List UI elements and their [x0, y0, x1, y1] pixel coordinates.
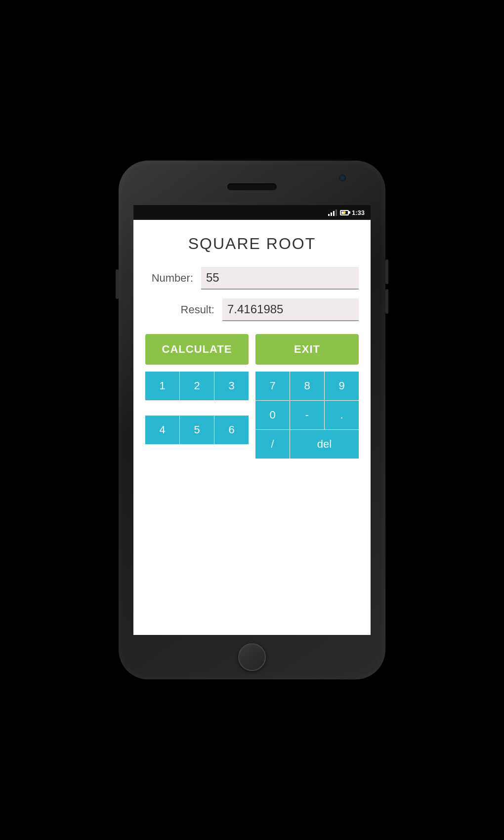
keypad-left: 1 2 3 4 5 6: [145, 372, 249, 459]
result-field-row: Result: 7.4161985: [145, 298, 359, 321]
home-button[interactable]: [238, 643, 266, 671]
key-4[interactable]: 4: [145, 416, 179, 444]
keypad-right: 7 8 9 0 - . / del: [255, 372, 359, 459]
result-value: 7.4161985: [222, 298, 359, 321]
key-0[interactable]: 0: [255, 401, 290, 429]
app-screen: SQUARE ROOT Number: Result: 7.4161985 CA…: [133, 220, 371, 635]
number-field-row: Number:: [145, 267, 359, 290]
key-1[interactable]: 1: [145, 372, 179, 400]
app-title: SQUARE ROOT: [188, 235, 316, 253]
number-label: Number:: [145, 272, 193, 285]
key-7[interactable]: 7: [255, 372, 290, 400]
key-3[interactable]: 3: [214, 372, 249, 400]
exit-button[interactable]: EXIT: [255, 334, 359, 365]
volume-up-button[interactable]: [385, 259, 388, 284]
action-buttons-row: CALCULATE EXIT: [145, 334, 359, 365]
calculate-button[interactable]: CALCULATE: [145, 334, 249, 365]
result-label: Result:: [145, 303, 214, 316]
key-8[interactable]: 8: [290, 372, 324, 400]
speaker-grille: [227, 183, 277, 190]
key-slash[interactable]: /: [255, 430, 290, 459]
front-camera: [339, 174, 346, 181]
phone-top-bar: [119, 161, 385, 205]
signal-icon: [328, 209, 337, 216]
key-6[interactable]: 6: [214, 416, 249, 444]
volume-down-button[interactable]: [385, 289, 388, 314]
key-2[interactable]: 2: [180, 372, 214, 400]
status-bar: ⚡ 1:33: [133, 205, 371, 220]
key-dot[interactable]: .: [325, 401, 359, 429]
key-9[interactable]: 9: [325, 372, 359, 400]
keypad-section: 1 2 3 4 5 6 7 8 9 0 - . / del: [145, 372, 359, 459]
status-time: 1:33: [352, 209, 365, 216]
number-input[interactable]: [201, 267, 359, 290]
app-content: SQUARE ROOT Number: Result: 7.4161985 CA…: [133, 220, 371, 635]
key-minus[interactable]: -: [290, 401, 324, 429]
battery-icon: ⚡: [340, 210, 349, 215]
phone-bottom: [119, 635, 385, 679]
power-button[interactable]: [116, 269, 119, 299]
key-del[interactable]: del: [290, 430, 359, 459]
phone-device: ⚡ 1:33 SQUARE ROOT Number: Result: 7.416…: [119, 161, 385, 679]
key-5[interactable]: 5: [180, 416, 214, 444]
